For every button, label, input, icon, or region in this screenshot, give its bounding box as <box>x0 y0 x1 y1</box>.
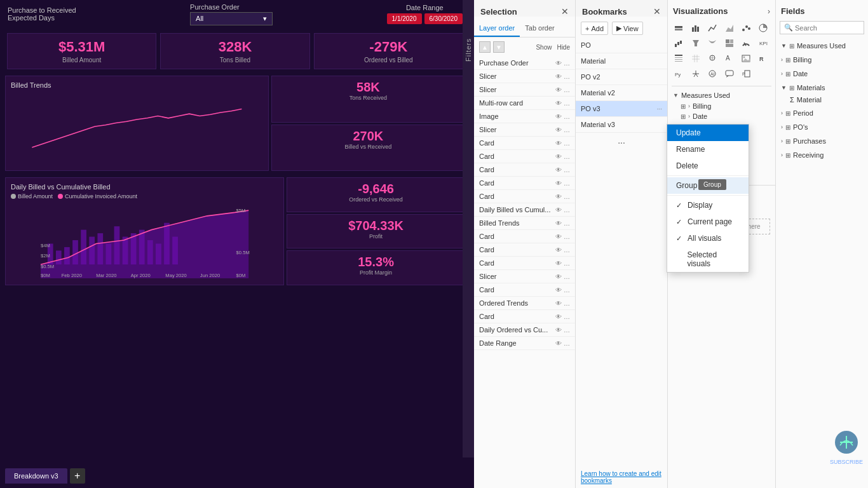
svg-line-68 <box>696 74 698 77</box>
date-end-input[interactable]: 6/30/2020 <box>424 13 463 24</box>
bookmark-ellipsis[interactable]: ... <box>576 133 667 148</box>
viz-icon-kpi[interactable]: KPI <box>756 36 770 50</box>
viz-icon-gauge[interactable] <box>739 36 753 50</box>
bookmark-item-material-v2[interactable]: Material v2 <box>576 85 667 101</box>
viz-icon-waterfall[interactable] <box>672 36 686 50</box>
layer-up-button[interactable]: ▲ <box>479 41 491 53</box>
ctx-update-item[interactable]: Update <box>667 125 749 141</box>
bookmark-item-po-v2[interactable]: PO v2 <box>576 69 667 85</box>
fields-search-box[interactable]: 🔍 <box>780 21 864 34</box>
bookmark-item-material[interactable]: Material <box>576 53 667 69</box>
bookmark-add-button[interactable]: + Add <box>581 22 608 35</box>
ctx-all-visuals-item[interactable]: ✓ All visuals <box>667 230 749 247</box>
learn-bookmarks-link[interactable]: Learn how to create and edit bookmarks <box>576 466 667 488</box>
viz-icon-stacked-bar[interactable] <box>672 21 686 35</box>
list-item[interactable]: Daily Billed vs Cumul... 👁 … <box>474 203 575 217</box>
viz-icon-map[interactable] <box>705 51 719 65</box>
fields-group-receiving-header[interactable]: › ⊞ Receiving <box>776 149 868 161</box>
list-item[interactable]: Ordered Trends 👁 … <box>474 297 575 310</box>
list-item[interactable]: Card 👁 … <box>474 257 575 270</box>
selection-panel-close-icon[interactable]: ✕ <box>561 6 569 17</box>
viz-icon-image[interactable] <box>739 51 753 65</box>
tab-layer-order[interactable]: Layer order <box>474 20 520 37</box>
viz-icon-text-box[interactable]: A <box>722 51 736 65</box>
material-sub-item[interactable]: Σ Material <box>776 94 868 105</box>
bookmarks-panel-close-icon[interactable]: ✕ <box>653 6 661 17</box>
measures-used-header[interactable]: ▼ Measures Used <box>673 92 770 99</box>
list-item[interactable]: Billed Trends 👁 … <box>474 217 575 230</box>
viz-icon-funnel[interactable] <box>689 36 703 50</box>
fields-group-pos-header[interactable]: › ⊞ PO's <box>776 121 868 133</box>
svg-text:Py: Py <box>675 72 681 78</box>
list-item[interactable]: Slicer 👁 … <box>474 270 575 283</box>
fields-group-billing-header[interactable]: › ⊞ Billing <box>776 53 868 66</box>
list-item[interactable]: Multi-row card 👁 … <box>474 97 575 110</box>
hide-button[interactable]: Hide <box>557 44 570 51</box>
show-button[interactable]: Show <box>536 44 552 51</box>
viz-icon-area-chart[interactable] <box>722 21 736 35</box>
viz-icon-scatter-plot[interactable] <box>739 21 753 35</box>
metric-card-ordered-vs-billed: -279K Ordered vs Billed <box>314 33 463 69</box>
viz-icon-r-script[interactable]: R <box>756 51 770 65</box>
metric-value-billed-amount: $5.31M <box>14 39 149 55</box>
bookmark-item-po-v3[interactable]: PO v3 ··· <box>576 101 667 117</box>
viz-icon-paginated[interactable]: P <box>739 67 753 81</box>
list-item[interactable]: Daily Ordered vs Cu... 👁 … <box>474 323 575 337</box>
ctx-group-item[interactable]: Group <box>667 177 749 194</box>
bookmark-more-icon[interactable]: ··· <box>657 105 662 112</box>
list-item[interactable]: Card 👁 … <box>474 150 575 163</box>
viz-icon-ribbon[interactable] <box>705 36 719 50</box>
table-icon: ⊞ <box>785 57 790 64</box>
top-bar: Purchase to Received Expected Days Purch… <box>0 0 470 28</box>
viz-icon-bar-chart[interactable] <box>689 21 703 35</box>
purchase-order-dropdown[interactable]: All ▾ <box>190 12 273 25</box>
list-item[interactable]: Date Range 👁 … <box>474 337 575 350</box>
ctx-current-page-item[interactable]: ✓ Current page <box>667 214 749 230</box>
fields-group-purchases-header[interactable]: › ⊞ Purchases <box>776 135 868 147</box>
tab-breakdown-v3[interactable]: Breakdown v3 <box>5 468 67 484</box>
list-item[interactable]: Card 👁 … <box>474 163 575 177</box>
bookmark-view-button[interactable]: ▶ View <box>612 22 643 35</box>
viz-icon-decomp-tree[interactable] <box>689 67 703 81</box>
ctx-selected-visuals-item[interactable]: ✓ Selected visuals <box>667 247 749 272</box>
list-item[interactable]: Image 👁 … <box>474 110 575 123</box>
tab-tab-order[interactable]: Tab order <box>520 20 559 37</box>
viz-icon-ai-insights[interactable]: AI <box>705 67 719 81</box>
viz-expand-icon[interactable]: › <box>768 7 770 16</box>
fields-group-measures-header[interactable]: ▼ ⊞ Measures Used <box>776 39 868 52</box>
ctx-rename-item[interactable]: Rename <box>667 141 749 158</box>
date-start-input[interactable]: 1/1/2020 <box>387 13 422 24</box>
list-item[interactable]: Card 👁 … <box>474 283 575 297</box>
fields-group-materials-header[interactable]: ▼ ⊞ Materials <box>776 81 868 94</box>
ctx-delete-item[interactable]: Delete <box>667 158 749 174</box>
list-item[interactable]: Card 👁 … <box>474 310 575 323</box>
list-item[interactable]: Card 👁 … <box>474 230 575 243</box>
viz-icon-pie-chart[interactable] <box>756 21 770 35</box>
bookmark-item-po[interactable]: PO <box>576 37 667 53</box>
list-item[interactable]: Card 👁 … <box>474 190 575 203</box>
field-date[interactable]: ⊞ › Date <box>673 111 770 121</box>
ctx-display-item[interactable]: ✓ Display <box>667 197 749 214</box>
viz-icon-table[interactable] <box>672 51 686 65</box>
viz-icon-python[interactable]: Py <box>672 67 686 81</box>
list-item[interactable]: Card 👁 … <box>474 137 575 150</box>
date-inputs: 1/1/2020 6/30/2020 <box>387 13 463 24</box>
field-billing[interactable]: ⊞ › Billing <box>673 101 770 111</box>
bookmark-item-material-v3[interactable]: Material v3 <box>576 117 667 133</box>
viz-icon-matrix[interactable] <box>689 51 703 65</box>
list-item[interactable]: Card 👁 … <box>474 243 575 257</box>
list-item[interactable]: Slicer 👁 … <box>474 83 575 97</box>
list-item[interactable]: Card 👁 … <box>474 177 575 190</box>
list-item[interactable]: Purchase Order 👁 … <box>474 57 575 70</box>
layer-down-button[interactable]: ▼ <box>493 41 505 53</box>
viz-icon-line-chart[interactable] <box>705 21 719 35</box>
viz-icon-chat[interactable] <box>722 67 736 81</box>
selection-panel-header: Selection ✕ <box>474 0 575 17</box>
fields-search-input[interactable] <box>795 24 860 32</box>
list-item[interactable]: Slicer 👁 … <box>474 123 575 137</box>
viz-icon-treemap[interactable] <box>722 36 736 50</box>
fields-group-period-header[interactable]: › ⊞ Period <box>776 107 868 119</box>
fields-group-date-header[interactable]: › ⊞ Date <box>776 67 868 80</box>
tab-add-button[interactable]: + <box>70 468 85 484</box>
list-item[interactable]: Slicer 👁 … <box>474 70 575 83</box>
